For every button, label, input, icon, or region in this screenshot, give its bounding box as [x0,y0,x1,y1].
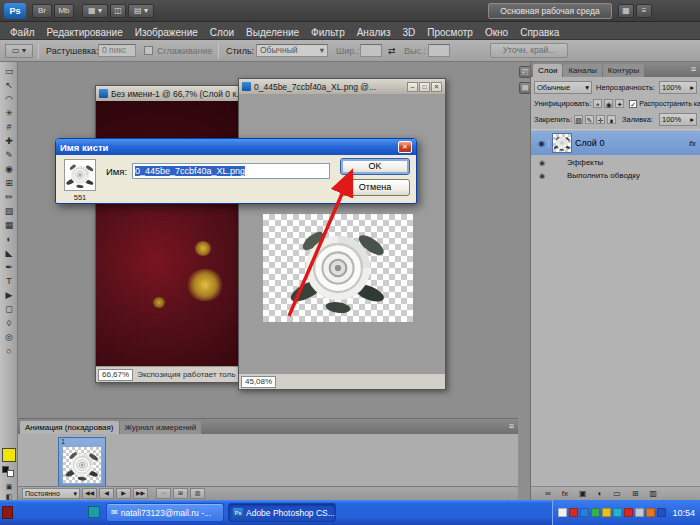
lock-toggle-icon[interactable]: ✛ [596,115,605,124]
menu-item[interactable]: Просмотр [421,24,479,41]
tool-button[interactable]: ◎ [1,330,17,344]
zoom-level[interactable]: 66,67% [98,369,133,381]
frame-action-button[interactable]: ⋯ [156,488,171,499]
stroke-effect-row[interactable]: ◉ Выполнить обводку [531,169,700,182]
tool-button[interactable]: ◐ [1,232,17,246]
tray-icon[interactable] [580,508,589,517]
effects-eye-icon[interactable]: ◉ [535,159,549,167]
toolbar-mode-button[interactable]: ▣ [1,482,17,492]
loop-count-select[interactable]: Постоянно▾ [22,488,80,499]
view-extras-button[interactable]: ▦ ▾ [82,4,108,18]
tray-icon[interactable] [635,508,644,517]
document-title-bar[interactable]: 0_445be_7ccbf40a_XL.png @... – □ ✕ [239,79,445,94]
frame-thumbnail[interactable] [62,446,102,484]
tool-button[interactable]: ▨ [1,204,17,218]
workspace-switcher-button[interactable]: Основная рабочая среда [488,3,612,19]
mini-bridge-button[interactable]: Mb [54,4,74,18]
panel-footer-icon[interactable]: ▣ [579,489,587,498]
cancel-button[interactable]: Отмена [340,179,410,196]
default-colors-icon[interactable] [2,466,16,478]
taskbar-button-mail[interactable]: ✉ natali73123@mail.ru -... [106,503,224,522]
tray-icon[interactable] [624,508,633,517]
tool-button[interactable]: ✒ [1,260,17,274]
tool-button[interactable]: ✳ [1,106,17,120]
close-icon[interactable]: ✕ [431,82,442,92]
tool-button[interactable]: ◉ [1,162,17,176]
panel-footer-icon[interactable]: ▥ [650,489,658,498]
width-input[interactable] [360,44,382,57]
frame-action-button[interactable]: ⊞ [173,488,188,499]
layer-fx-badge[interactable]: fx [689,139,696,148]
panel-menu-icon[interactable]: ≡ [691,62,696,77]
height-input[interactable] [428,44,450,57]
canvas-rose-png[interactable] [239,94,445,373]
tool-button[interactable]: T [1,274,17,288]
tool-button[interactable]: ○ [1,344,17,358]
brush-name-input[interactable]: 0_445be_7ccbf40a_XL.png [132,163,330,179]
menu-item[interactable]: Окно [479,24,514,41]
fill-value[interactable]: 100%▸ [659,113,697,126]
ok-button[interactable]: OK [340,158,410,175]
layer-name[interactable]: Слой 0 [575,138,604,148]
tool-button[interactable]: ◠ [1,92,17,106]
minimize-icon[interactable]: – [407,82,418,92]
swap-dimensions-icon[interactable]: ⇄ [388,46,396,56]
taskbar-button-photoshop[interactable]: Ps Adobe Photoshop CS... [228,503,336,522]
tool-button[interactable]: ✎ [1,148,17,162]
tool-button[interactable]: ⊞ [1,176,17,190]
frame-action-button[interactable]: ▥ [190,488,205,499]
unify-toggle-icon[interactable]: ⌖ [593,99,602,108]
tool-button[interactable]: ◣ [1,246,17,260]
tab-layers[interactable]: Слои [533,64,562,77]
tray-icon[interactable] [602,508,611,517]
document-title-bar[interactable]: Без имени-1 @ 66,7% (Слой 0 к... [96,86,239,101]
maximize-icon[interactable]: □ [419,82,430,92]
tray-icon[interactable] [591,508,600,517]
playback-button[interactable]: ◀◀ [82,488,97,499]
panel-footer-icon[interactable]: ◐ [598,489,603,498]
document-window-rose-png[interactable]: 0_445be_7ccbf40a_XL.png @... – □ ✕ 45,08… [238,78,446,390]
unify-toggle-icon[interactable]: ✦ [615,99,624,108]
dialog-close-icon[interactable]: ✕ [398,141,412,153]
tool-button[interactable]: ◻ [1,302,17,316]
menu-item[interactable]: 3D [396,24,421,41]
playback-button[interactable]: ◀ [99,488,114,499]
layer-thumbnail[interactable] [552,133,572,153]
effects-row[interactable]: ◉ Эффекты [531,156,700,169]
document-window-untitled[interactable]: Без имени-1 @ 66,7% (Слой 0 к... 66,67% … [95,85,240,383]
dialog-title-bar[interactable]: Имя кисти ✕ [56,139,416,155]
stroke-eye-icon[interactable]: ◉ [535,172,549,180]
refine-edge-button[interactable]: Уточн. край... [490,43,568,58]
taskbar-clock[interactable]: 10:54 [672,508,695,518]
menu-item[interactable]: Анализ [351,24,397,41]
tool-button[interactable]: ▦ [1,218,17,232]
tool-button[interactable]: ✚ [1,134,17,148]
panel-footer-icon[interactable]: ∞ [545,489,551,498]
tool-button[interactable]: ▭ [1,64,17,78]
tray-icon[interactable] [613,508,622,517]
tool-button[interactable]: ▶ [1,288,17,302]
panel-grid-button[interactable]: ▦ [618,4,634,18]
tool-button[interactable]: # [1,120,17,134]
menu-item[interactable]: Редактирование [41,24,129,41]
menu-item[interactable]: Справка [514,24,565,41]
feather-input[interactable]: 0 пикс [98,44,136,57]
menu-item[interactable]: Слои [204,24,240,41]
menu-item[interactable]: Фильтр [305,24,351,41]
menu-item[interactable]: Изображение [129,24,204,41]
tool-preset-picker[interactable]: ▭ ▾ [5,44,33,58]
panel-footer-icon[interactable]: ⊞ [632,489,639,498]
layer-visibility-eye-icon[interactable]: ◉ [535,139,549,148]
panel-footer-icon[interactable]: fx [562,489,568,498]
quick-launch-icon[interactable] [88,506,100,518]
lock-toggle-icon[interactable]: ▨ [574,115,583,124]
layer-row-layer-0[interactable]: ◉ Слой 0 fx [531,131,700,155]
propagate-checkbox[interactable]: ✓ [629,100,637,108]
zoom-level[interactable]: 45,08% [241,376,276,388]
tab-channels[interactable]: Каналы [563,64,601,77]
tab-animation[interactable]: Анимация (покадровая) [20,421,119,434]
panel-menu-button[interactable]: ≡ [636,4,652,18]
screen-mode-button[interactable]: ▤ ▾ [128,4,154,18]
tab-paths[interactable]: Контуры [603,64,644,77]
antialias-checkbox[interactable] [144,46,153,55]
